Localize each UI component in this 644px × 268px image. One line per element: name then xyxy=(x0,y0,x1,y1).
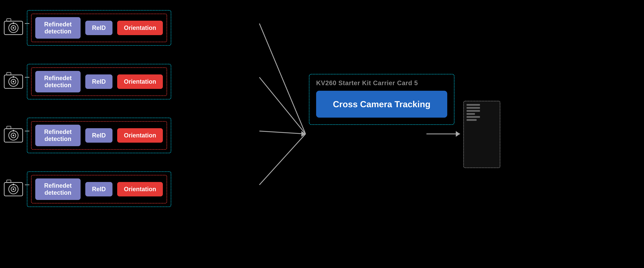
camera-row-2: Refinedet detection ReID Orientation xyxy=(2,64,171,100)
output-line-2 xyxy=(466,107,480,109)
svg-point-27 xyxy=(12,130,14,132)
svg-point-21 xyxy=(12,76,14,78)
outer-box-3: Refinedet detection ReID Orientation xyxy=(27,118,171,153)
inner-box-2: Refinedet detection ReID Orientation xyxy=(31,67,167,96)
inner-box-4: Refinedet detection ReID Orientation xyxy=(31,175,167,203)
reid-btn-3: ReID xyxy=(85,128,112,143)
kv260-label: KV260 Starter Kit Carrier Card 5 xyxy=(316,80,447,87)
camera-icon-4 xyxy=(2,177,25,201)
output-line-4 xyxy=(466,113,475,115)
orientation-btn-2: Orientation xyxy=(117,74,163,89)
camera-row-3: Refinedet detection ReID Orientation xyxy=(2,118,171,153)
svg-point-26 xyxy=(12,135,14,136)
reid-btn-4: ReID xyxy=(85,182,112,196)
cross-camera-tracking-btn[interactable]: Cross Camera Tracking xyxy=(316,91,447,118)
outer-box-2: Refinedet detection ReID Orientation xyxy=(27,64,171,100)
camera-icon-1 xyxy=(2,16,25,40)
orientation-btn-3: Orientation xyxy=(117,128,163,143)
camera-icon-3 xyxy=(2,124,25,147)
refinedet-btn-2: Refinedet detection xyxy=(35,71,80,92)
svg-line-3 xyxy=(260,134,306,185)
svg-point-14 xyxy=(12,27,14,29)
refinedet-btn-1: Refinedet detection xyxy=(35,17,80,39)
svg-line-0 xyxy=(260,24,306,134)
outer-box-4: Refinedet detection ReID Orientation xyxy=(27,171,171,207)
output-line-1 xyxy=(466,104,480,106)
orientation-btn-4: Orientation xyxy=(117,182,163,196)
output-box xyxy=(463,101,500,168)
outer-box-1: Refinedet detection ReID Orientation xyxy=(27,10,171,46)
camera-row-1: Refinedet detection ReID Orientation xyxy=(2,10,171,46)
svg-point-15 xyxy=(12,22,14,24)
svg-marker-6 xyxy=(456,131,460,137)
orientation-btn-1: Orientation xyxy=(117,21,163,35)
camera-row-4: Refinedet detection ReID Orientation xyxy=(2,171,171,207)
output-line-3 xyxy=(466,110,480,112)
reid-btn-2: ReID xyxy=(85,74,112,89)
svg-point-33 xyxy=(12,184,14,185)
inner-box-1: Refinedet detection ReID Orientation xyxy=(31,14,167,42)
output-lines xyxy=(464,101,500,124)
camera-icon-2 xyxy=(2,70,25,93)
diagram-container: Refinedet detection ReID Orientation Ref… xyxy=(0,0,644,268)
inner-box-3: Refinedet detection ReID Orientation xyxy=(31,121,167,150)
svg-line-1 xyxy=(260,77,306,134)
output-line-6 xyxy=(466,119,476,121)
svg-marker-4 xyxy=(301,131,306,137)
svg-line-2 xyxy=(260,131,306,134)
svg-point-32 xyxy=(12,188,14,190)
reid-btn-1: ReID xyxy=(85,21,112,35)
kv260-container: KV260 Starter Kit Carrier Card 5 Cross C… xyxy=(309,74,454,125)
refinedet-btn-4: Refinedet detection xyxy=(35,178,80,200)
output-line-5 xyxy=(466,116,480,118)
svg-point-20 xyxy=(12,81,14,83)
refinedet-btn-3: Refinedet detection xyxy=(35,125,80,146)
